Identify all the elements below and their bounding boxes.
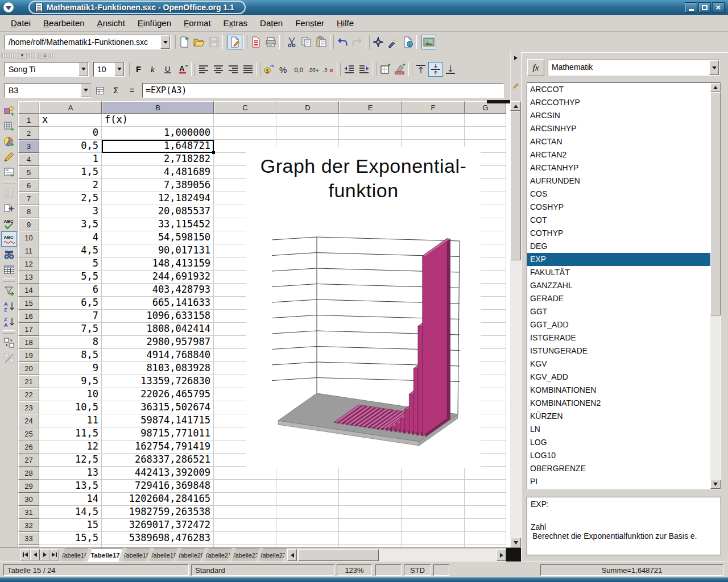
tab-tabelle21[interactable]: Tabelle21 bbox=[204, 548, 232, 562]
row-header-21[interactable]: 21 bbox=[18, 375, 39, 388]
cell[interactable]: 7,389056 bbox=[102, 179, 214, 192]
cell[interactable] bbox=[339, 114, 402, 127]
function-item-arctan2[interactable]: ARCTAN2 bbox=[527, 148, 710, 161]
cell[interactable]: 4,481689 bbox=[102, 166, 214, 179]
cell[interactable] bbox=[339, 480, 402, 493]
function-item-fakultät[interactable]: FAKULTÄT bbox=[527, 266, 710, 279]
function-item-cothyp[interactable]: COTHYP bbox=[527, 227, 710, 240]
tab-tabelle20[interactable]: Tabelle20 bbox=[177, 548, 205, 562]
cell[interactable]: 7,5 bbox=[39, 323, 102, 336]
cell[interactable] bbox=[276, 532, 339, 545]
menu-ansicht[interactable]: Ansicht bbox=[91, 16, 131, 30]
function-item-pi[interactable]: PI bbox=[527, 475, 710, 488]
row-header-22[interactable]: 22 bbox=[18, 388, 39, 401]
cell[interactable]: 90,017131 bbox=[102, 244, 214, 257]
vertical-scrollbar[interactable] bbox=[510, 101, 521, 547]
navigator-doc-button[interactable] bbox=[1, 201, 17, 216]
cell[interactable]: 11,5 bbox=[39, 427, 102, 440]
status-zoom[interactable]: 123% bbox=[337, 564, 372, 576]
cell[interactable] bbox=[402, 467, 465, 480]
menu-bearbeiten[interactable]: Bearbeiten bbox=[37, 16, 91, 30]
row-header-27[interactable]: 27 bbox=[18, 454, 39, 467]
font-color-button[interactable]: A bbox=[175, 62, 190, 77]
row-header-26[interactable]: 26 bbox=[18, 440, 39, 454]
cell[interactable] bbox=[339, 127, 402, 140]
function-list[interactable]: ARCCOTARCCOTHYPARCSINARCSINHYPARCTANARCT… bbox=[527, 82, 721, 489]
data-sources-button[interactable] bbox=[1, 262, 17, 277]
function-list-scrollbar[interactable] bbox=[710, 83, 721, 489]
cell[interactable]: 8,5 bbox=[39, 349, 102, 362]
toolbar-collapse-button[interactable]: ▼ bbox=[18, 53, 27, 59]
row-header-20[interactable]: 20 bbox=[18, 362, 39, 375]
cell[interactable] bbox=[402, 493, 465, 506]
function-item-arcsinhyp[interactable]: ARCSINHYP bbox=[527, 122, 710, 135]
function-category-dropdown[interactable] bbox=[709, 60, 719, 75]
row-header-11[interactable]: 11 bbox=[18, 244, 39, 257]
vertical-scrollbar-thumb[interactable] bbox=[510, 111, 521, 260]
horizontal-scrollbar-thumb[interactable] bbox=[298, 549, 379, 561]
cell[interactable]: 1982759,263538 bbox=[102, 506, 214, 519]
previous-sheet-button[interactable] bbox=[30, 549, 40, 560]
edit-file-button[interactable] bbox=[228, 35, 242, 49]
row-header-33[interactable]: 33 bbox=[18, 532, 39, 545]
cell[interactable]: 2 bbox=[39, 179, 102, 192]
cell[interactable]: 6,5 bbox=[39, 297, 102, 310]
cell[interactable] bbox=[276, 480, 339, 493]
sum-button[interactable]: Σ bbox=[109, 84, 123, 97]
toolbar-grip[interactable] bbox=[1, 53, 16, 58]
function-item-log10[interactable]: LOG10 bbox=[527, 449, 710, 462]
cell[interactable] bbox=[402, 532, 465, 545]
function-item-istgerade[interactable]: ISTGERADE bbox=[527, 331, 710, 344]
cell[interactable]: 0,5 bbox=[39, 140, 102, 153]
toolbar-grip[interactable] bbox=[28, 53, 36, 58]
cell[interactable]: 12,5 bbox=[39, 454, 102, 467]
cell[interactable]: x bbox=[39, 114, 102, 127]
cell[interactable]: 3,5 bbox=[39, 218, 102, 231]
cell-reference-dropdown[interactable] bbox=[81, 84, 90, 97]
function-item-exp[interactable]: EXP bbox=[527, 253, 710, 266]
cell[interactable] bbox=[465, 506, 506, 519]
cell[interactable]: 33,115452 bbox=[102, 218, 214, 231]
add-decimal-button[interactable]: ,00 bbox=[306, 62, 321, 77]
cell[interactable]: 729416,369848 bbox=[102, 480, 214, 493]
url-dropdown-button[interactable] bbox=[160, 35, 170, 49]
scroll-down-button[interactable] bbox=[710, 480, 721, 489]
row-header-28[interactable]: 28 bbox=[18, 467, 39, 480]
row-header-31[interactable]: 31 bbox=[18, 506, 39, 519]
row-header-9[interactable]: 9 bbox=[18, 218, 39, 231]
find-replace-button[interactable] bbox=[1, 247, 17, 262]
toolbar-grip[interactable] bbox=[49, 53, 55, 58]
function-wizard-panel-button[interactable]: fx bbox=[527, 59, 544, 76]
valign-top-button[interactable] bbox=[413, 62, 428, 77]
function-item-arctan[interactable]: ARCTAN bbox=[527, 135, 710, 148]
scroll-left-button[interactable] bbox=[287, 549, 297, 561]
cell[interactable]: 12 bbox=[39, 440, 102, 454]
cell[interactable]: 14 bbox=[39, 493, 102, 506]
cell[interactable] bbox=[465, 467, 506, 480]
scroll-up-button[interactable] bbox=[510, 101, 521, 111]
decrease-indent-button[interactable] bbox=[342, 62, 357, 77]
font-name-combo[interactable]: Song Ti bbox=[5, 62, 89, 77]
cell[interactable]: 1808,042414 bbox=[102, 323, 214, 336]
cell[interactable] bbox=[276, 493, 339, 506]
autofilter-button[interactable] bbox=[1, 283, 17, 298]
column-header-C[interactable]: C bbox=[214, 101, 276, 114]
open-document-button[interactable] bbox=[192, 35, 206, 49]
menu-format[interactable]: Format bbox=[177, 16, 217, 30]
scroll-down-button[interactable] bbox=[510, 538, 521, 547]
maximize-button[interactable] bbox=[698, 2, 711, 13]
function-item-arccothyp[interactable]: ARCCOTHYP bbox=[527, 96, 710, 109]
cell[interactable] bbox=[402, 519, 465, 532]
borders-button[interactable] bbox=[378, 62, 392, 77]
underline-button[interactable]: U bbox=[160, 62, 175, 77]
column-header-B[interactable]: B bbox=[102, 101, 214, 114]
number-percent-button[interactable]: % bbox=[276, 62, 291, 77]
function-item-ganzzahl[interactable]: GANZZAHL bbox=[527, 279, 710, 292]
function-item-aufrunden[interactable]: AUFRUNDEN bbox=[527, 174, 710, 188]
cell[interactable]: 9,5 bbox=[39, 375, 102, 388]
cell[interactable]: f(x) bbox=[102, 114, 214, 127]
tab-tabelle19[interactable]: Tabelle19 bbox=[150, 548, 177, 562]
cell[interactable]: 15,5 bbox=[39, 532, 102, 545]
cell[interactable]: 4 bbox=[39, 231, 102, 244]
menu-datei[interactable]: Datei bbox=[5, 16, 37, 30]
